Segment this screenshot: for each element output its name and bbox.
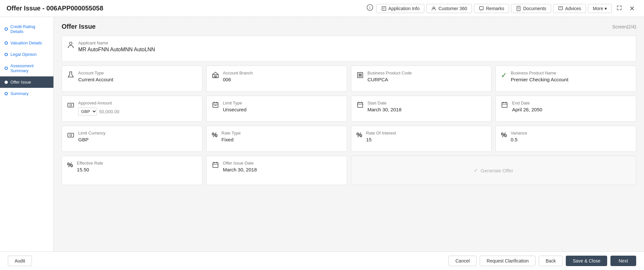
end-date-card: End Date April 26, 2050 [495, 96, 636, 122]
account-branch-value: 006 [223, 77, 253, 82]
variance-label: Variance [511, 131, 527, 135]
limit-type-card: Limit Type Unsecured [206, 96, 347, 122]
limit-type-label: Limit Type [223, 101, 247, 105]
application-info-button[interactable]: Application Info [376, 4, 425, 13]
bank-icon [212, 71, 219, 80]
person-icon [67, 41, 74, 50]
cancel-button[interactable]: Cancel [448, 256, 476, 266]
offer-issue-date-label: Offer Issue Date [223, 161, 257, 166]
start-date-card: Start Date March 30, 2018 [351, 96, 492, 122]
building-icon [357, 71, 364, 80]
svg-rect-21 [68, 103, 74, 107]
business-product-name-card: ✓ Business Product Name Premier Checking… [495, 66, 636, 92]
calendar-start-icon [357, 101, 364, 110]
request-clarification-button[interactable]: Request Clarification [480, 256, 535, 266]
sidebar-item-offer-issue[interactable]: Offer Issue [0, 76, 53, 88]
sidebar-item-summary[interactable]: Summary [0, 88, 53, 99]
svg-rect-40 [213, 163, 218, 167]
cards-grid: Applicant Name MR AutoFNN AutoMNN AutoLN… [62, 36, 636, 185]
back-button[interactable]: Back [539, 256, 563, 266]
approved-amount-card: Approved Amount GBP 50,000.00 [62, 96, 202, 122]
end-date-label: End Date [512, 101, 542, 105]
effective-rate-card: % Effective Rate 15.50 [62, 156, 202, 185]
sidebar-dot [5, 27, 8, 31]
sidebar-dot [5, 92, 8, 95]
generate-offer-card: ✓ Generate Offer [351, 156, 637, 185]
percent-variance-icon: % [501, 131, 507, 139]
svg-rect-17 [359, 74, 360, 75]
svg-rect-2 [382, 7, 386, 10]
expand-button[interactable] [614, 4, 625, 13]
customer-360-button[interactable]: Customer 360 [426, 4, 472, 13]
footer: Audit Cancel Request Clarification Back … [0, 251, 644, 270]
checkmark-generate-icon: ✓ [474, 167, 478, 173]
svg-rect-20 [360, 75, 361, 76]
rate-type-value: Fixed [222, 137, 241, 142]
offer-issue-date-card: Offer Issue Date March 30, 2018 [206, 156, 347, 185]
svg-rect-25 [213, 103, 218, 107]
more-button[interactable]: More ▾ [588, 4, 612, 13]
limit-currency-card: Limit Currency GBP [62, 126, 202, 152]
sidebar-item-assessment-summary[interactable]: Assessment Summary [0, 60, 53, 76]
svg-rect-19 [359, 75, 360, 76]
currency-select[interactable]: GBP [78, 107, 97, 116]
start-date-label: Start Date [368, 101, 402, 105]
limit-currency-value: GBP [78, 137, 106, 142]
rate-of-interest-label: Rate Of Interest [366, 131, 396, 135]
calendar-offer-icon [212, 161, 219, 170]
advices-button[interactable]: Advices [553, 4, 586, 13]
svg-rect-34 [502, 103, 507, 107]
account-branch-card: Account Branch 006 [206, 66, 347, 92]
checkmark-icon: ✓ [501, 71, 507, 80]
header-actions: i Application Info Customer 360 Remarks … [365, 3, 637, 14]
documents-button[interactable]: Documents [511, 4, 551, 13]
svg-rect-6 [479, 7, 483, 10]
svg-text:i: i [369, 6, 370, 10]
account-type-label: Account Type [78, 71, 113, 75]
flask-icon [67, 71, 74, 80]
svg-rect-14 [214, 76, 215, 78]
variance-card: % Variance 0.5 [495, 126, 636, 152]
content-inner: Offer Issue Screen(2/4) Applicant Name M… [54, 17, 644, 191]
approved-amount-label: Approved Amount [78, 101, 119, 105]
applicant-card: Applicant Name MR AutoFNN AutoMNN AutoLN… [62, 36, 636, 62]
account-branch-label: Account Branch [223, 71, 253, 75]
calendar-limit-icon [212, 101, 219, 110]
sidebar-item-legal-opinion[interactable]: Legal Opinion [0, 49, 53, 60]
content-area: Offer Issue Screen(2/4) Applicant Name M… [54, 17, 644, 251]
chevron-down-icon: ▾ [605, 6, 607, 11]
applicant-label: Applicant Name [78, 40, 155, 45]
percent-rate-type-icon: % [212, 131, 218, 139]
page-title: Offer Issue [62, 23, 95, 30]
offer-issue-date-value: March 30, 2018 [223, 167, 257, 172]
generate-offer-button[interactable]: ✓ Generate Offer [474, 167, 513, 173]
save-close-button[interactable]: Save & Close [566, 256, 607, 266]
svg-rect-16 [358, 72, 363, 78]
limit-type-value: Unsecured [223, 107, 247, 112]
close-button[interactable]: ✕ [627, 3, 637, 14]
calendar-end-icon [501, 101, 508, 110]
next-button[interactable]: Next [610, 256, 636, 266]
money-icon [67, 101, 74, 110]
remarks-button[interactable]: Remarks [474, 4, 509, 13]
svg-rect-30 [358, 103, 363, 107]
page-header-title: Offer Issue - 006APP000055058 [7, 5, 103, 12]
end-date-value: April 26, 2050 [512, 107, 542, 112]
svg-rect-38 [68, 133, 74, 137]
percent-effective-icon: % [67, 161, 73, 169]
screen-indicator: Screen(2/4) [612, 24, 636, 29]
biz-product-name-value: Premier Checking Account [511, 77, 568, 82]
sidebar-item-valuation[interactable]: Valuation Details [0, 37, 53, 49]
sidebar-dot [5, 41, 8, 45]
footer-right: Cancel Request Clarification Back Save &… [448, 256, 636, 266]
sidebar: Credit Rating Details Valuation Details … [0, 17, 54, 251]
header: Offer Issue - 006APP000055058 i Applicat… [0, 0, 644, 17]
sidebar-item-credit-rating[interactable]: Credit Rating Details [0, 21, 53, 37]
info-circle-button[interactable]: i [365, 3, 374, 14]
approved-amount-value: 50,000.00 [99, 109, 119, 114]
audit-button[interactable]: Audit [8, 256, 32, 266]
sidebar-dot [5, 81, 8, 84]
sidebar-dot [5, 67, 8, 70]
svg-rect-10 [559, 7, 563, 10]
main-layout: Credit Rating Details Valuation Details … [0, 17, 644, 251]
